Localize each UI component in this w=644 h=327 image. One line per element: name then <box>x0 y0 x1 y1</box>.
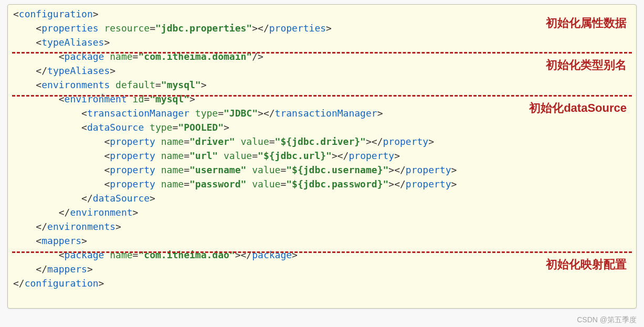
tag-datasource: dataSource <box>87 122 144 133</box>
attr-value-p: value <box>252 178 280 189</box>
tag-prop-pass-close: property <box>406 178 451 189</box>
tag-configuration-open: configuration <box>19 8 93 19</box>
attr-value-d: value <box>241 136 269 147</box>
attr-resource: resource <box>104 23 150 34</box>
attr-value-u: value <box>224 150 252 161</box>
tag-typealiases-close: typeAliases <box>47 65 110 76</box>
attr-default: default <box>115 79 155 90</box>
tag-prop-driver-close: property <box>383 136 428 147</box>
attr-name-un: name <box>161 164 184 175</box>
tag-typealiases: typeAliases <box>41 37 104 48</box>
tag-package-dao: package <box>65 249 104 260</box>
tag-prop-url-close: property <box>349 150 394 161</box>
val-driverv: "${jdbc.driver}" <box>275 136 366 147</box>
tag-properties-close: properties <box>269 23 326 34</box>
tag-prop-user-close: property <box>406 164 451 175</box>
val-url: "url" <box>189 150 218 161</box>
attr-name-p: name <box>161 178 184 189</box>
code-snippet-box: <configuration> <properties resource="jd… <box>7 4 637 309</box>
val-password: "password" <box>189 178 246 189</box>
val-username: "username" <box>189 164 246 175</box>
attr-name-d: name <box>161 136 184 147</box>
tag-tm-close: transactionManager <box>275 108 377 119</box>
val-mysql2: "mysql" <box>150 93 189 104</box>
val-mysql: "mysql" <box>161 79 201 90</box>
tag-prop-pass: property <box>110 178 155 189</box>
val-urlv: "${jdbc.url}" <box>258 150 332 161</box>
cursor-icon: ↖ <box>101 91 105 98</box>
tag-properties: properties <box>41 23 98 34</box>
val-jdbc2: "JDBC" <box>224 108 258 119</box>
val-dao: "com.itheima.dao" <box>138 249 235 260</box>
tag-environments-close: environments <box>47 221 115 232</box>
val-pooled: "POOLED" <box>178 122 224 133</box>
val-jdbc: "jdbc.properties" <box>155 23 252 34</box>
attr-id: id <box>133 93 144 104</box>
attr-type-ds: type <box>150 122 172 133</box>
tag-environment-close: environment <box>70 207 132 218</box>
code-content: <configuration> <properties resource="jd… <box>8 5 636 292</box>
tag-mappers-close: mappers <box>47 263 87 275</box>
tag-mappers: mappers <box>41 235 81 246</box>
tag-package-domain: package <box>65 51 104 62</box>
attr-name: name <box>110 51 132 62</box>
val-passwordv: "${jdbc.password}" <box>286 178 388 189</box>
tag-prop-user: property <box>110 164 155 175</box>
tag-package-dao-close: package <box>252 249 292 260</box>
tag-datasource-close: dataSource <box>93 193 150 204</box>
tag-prop-driver: property <box>110 136 155 147</box>
tag-environment: environment <box>65 93 127 104</box>
attr-name-dao: name <box>110 249 132 260</box>
tag-tm: transactionManager <box>87 108 189 119</box>
val-domain: "com.itheima.domain" <box>138 51 252 62</box>
val-usernamev: "${jdbc.username}" <box>286 164 388 175</box>
watermark-text: CSDN @第五季度 <box>577 315 637 325</box>
attr-name-u: name <box>161 150 184 161</box>
val-driver: "driver" <box>189 136 235 147</box>
tag-environments: environments <box>41 79 110 90</box>
attr-value-un: value <box>252 164 280 175</box>
tag-configuration-close: configuration <box>25 278 99 289</box>
attr-type-tm: type <box>195 108 218 119</box>
tag-prop-url: property <box>110 150 155 161</box>
